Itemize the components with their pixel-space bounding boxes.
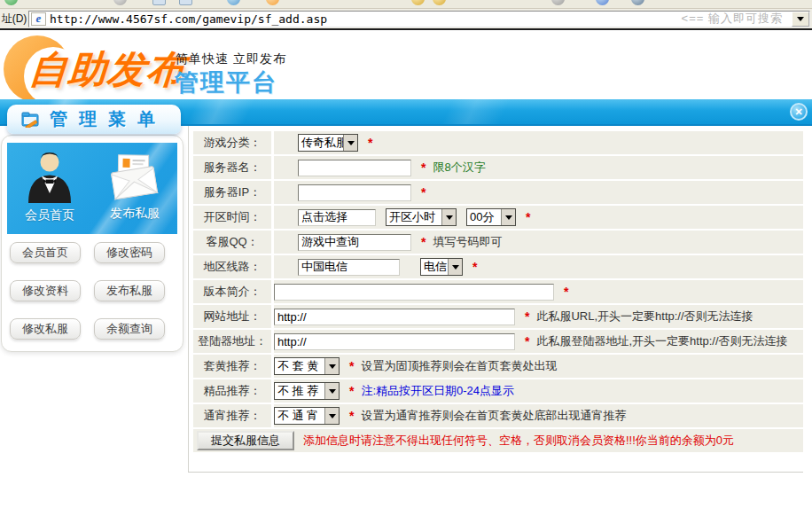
form-hint: 设置为通宵推荐则会在首页套黄处底部出现通宵推荐 bbox=[361, 408, 626, 424]
address-dropdown-button[interactable] bbox=[792, 12, 809, 27]
form-row-submit: 提交私服信息 添加信息时请注意不得出现任何符号、空格，否则取消会员资格!!!你当… bbox=[193, 429, 803, 452]
select-value: 开区小时 bbox=[386, 209, 441, 225]
sidebar-button-edit-profile[interactable]: 修改资料 bbox=[10, 280, 81, 301]
search-hint: <== 输入即可搜索 bbox=[682, 11, 783, 27]
url-text[interactable]: http://www.4567sf.com/gamevip/sf_add.asp bbox=[50, 12, 327, 26]
form-label-text: 服务器名： bbox=[204, 160, 262, 176]
form-body-yellow-recommend: 不 套 黄*设置为固顶推荐则会在首页套黄处出现 bbox=[274, 355, 803, 378]
toolbar-icon-partial bbox=[551, 0, 565, 5]
form-label-server-ip: 服务器IP： bbox=[193, 181, 271, 204]
form-label-version-intro: 版本简介： bbox=[193, 280, 271, 303]
yellow-recommend-select[interactable]: 不 套 黄 bbox=[274, 357, 340, 375]
region-line-input[interactable]: 中国电信 bbox=[298, 259, 400, 276]
form-label-text: 客服QQ： bbox=[206, 234, 258, 250]
panel-item-member-home[interactable]: 会员首页 bbox=[11, 150, 89, 223]
form-row-yellow-recommend: 套黄推荐：不 套 黄*设置为固顶推荐则会在首页套黄处出现 bbox=[193, 355, 803, 378]
close-button[interactable]: ✕ bbox=[790, 103, 808, 121]
version-intro-input[interactable] bbox=[274, 284, 554, 301]
form-body-service-qq: 游戏中查询*填写号码即可 bbox=[274, 231, 803, 254]
form-body-launcher-url: http://*此私服登陆器地址,开头一定要http://否则无法连接 bbox=[274, 330, 803, 353]
toolbar-icon-partial bbox=[411, 0, 425, 5]
toolbar-icon-partial bbox=[596, 0, 609, 5]
form-body-server-name: *限8个汉字 bbox=[274, 156, 803, 179]
form-label-region-line: 地区线路： bbox=[193, 255, 271, 278]
open-time-hour-select[interactable]: 开区小时 bbox=[386, 208, 457, 226]
form-row-overnight-recommend: 通宵推荐：不 通 宵*设置为通宵推荐则会在首页套黄处底部出现通宵推荐 bbox=[193, 404, 803, 427]
launcher-url-input[interactable]: http:// bbox=[274, 333, 515, 350]
sidebar-button-edit-server[interactable]: 修改私服 bbox=[10, 318, 81, 340]
sidebar-blue-panel: 会员首页 发布私服 bbox=[7, 143, 177, 234]
required-marker: * bbox=[421, 235, 426, 249]
panel-item-label: 会员首页 bbox=[25, 207, 74, 223]
open-time-date-input[interactable]: 点击选择 bbox=[298, 209, 376, 226]
required-marker: * bbox=[472, 260, 477, 274]
form-row-game-category: 游戏分类：传奇私服* bbox=[193, 131, 803, 154]
form-rows: 游戏分类：传奇私服*服务器名：*限8个汉字服务器IP：*开区时间：点击选择开区小… bbox=[193, 131, 803, 427]
sidebar-button-publish-server[interactable]: 发布私服 bbox=[94, 280, 165, 301]
menu-tab-title: 管理菜单 bbox=[50, 107, 167, 131]
form-label-overnight-recommend: 通宵推荐： bbox=[193, 404, 271, 427]
submit-warning-text: 添加信息时请注意不得出现任何符号、空格，否则取消会员资格!!!你当前的余额为0元 bbox=[303, 433, 734, 449]
form-body-game-category: 传奇私服* bbox=[274, 131, 803, 154]
form-label-text: 版本简介： bbox=[204, 284, 262, 300]
form-body-open-time: 点击选择开区小时00分* bbox=[274, 206, 803, 229]
premium-recommend-select[interactable]: 不 推 荐 bbox=[274, 382, 340, 400]
form-label-game-category: 游戏分类： bbox=[193, 131, 271, 154]
form-body-version-intro: * bbox=[274, 280, 803, 303]
server-publish-form: 游戏分类：传奇私服*服务器名：*限8个汉字服务器IP：*开区时间：点击选择开区小… bbox=[193, 131, 803, 452]
toolbar-icon-partial bbox=[113, 0, 127, 5]
input-value: http:// bbox=[277, 310, 307, 324]
open-time-minute-select[interactable]: 00分 bbox=[466, 208, 516, 226]
sidebar-button-change-password[interactable]: 修改密码 bbox=[94, 242, 165, 263]
ie-page-icon: e bbox=[31, 12, 46, 26]
envelope-icon bbox=[108, 150, 161, 203]
panel-item-publish-server[interactable]: 发布私服 bbox=[96, 150, 174, 222]
form-body-server-ip: * bbox=[274, 181, 803, 204]
address-field[interactable]: e http://www.4567sf.com/gamevip/sf_add.a… bbox=[28, 11, 810, 27]
chevron-down-icon bbox=[501, 209, 515, 225]
game-category-select[interactable]: 传奇私服 bbox=[298, 134, 358, 152]
chevron-down-icon bbox=[324, 408, 339, 424]
form-label-text: 登陆器地址： bbox=[198, 333, 267, 349]
input-value: 点击选择 bbox=[301, 209, 347, 225]
form-row-region-line: 地区线路：中国电信电信* bbox=[193, 255, 803, 278]
form-label-website-url: 网站地址： bbox=[193, 305, 271, 328]
folder-pencil-icon bbox=[21, 112, 41, 128]
form-label-open-time: 开区时间： bbox=[193, 206, 271, 229]
service-qq-input[interactable]: 游戏中查询 bbox=[298, 234, 411, 251]
server-name-input[interactable] bbox=[298, 160, 411, 176]
required-marker: * bbox=[564, 285, 568, 299]
region-line-select[interactable]: 电信 bbox=[420, 258, 463, 276]
chevron-down-icon bbox=[441, 209, 456, 225]
form-row-website-url: 网站地址：http://*此私服URL,开头一定要http://否则无法连接 bbox=[193, 305, 803, 328]
input-value: 游戏中查询 bbox=[301, 234, 359, 250]
sidebar-button-balance-inquiry[interactable]: 余额查询 bbox=[94, 318, 165, 340]
submit-button[interactable]: 提交私服信息 bbox=[197, 431, 294, 450]
select-value: 不 推 荐 bbox=[275, 383, 324, 399]
chevron-down-icon bbox=[343, 135, 357, 151]
form-label-text: 开区时间： bbox=[204, 209, 262, 225]
sidebar-button-grid: 会员首页修改密码修改资料发布私服修改私服余额查询 bbox=[10, 242, 165, 340]
required-marker: * bbox=[368, 136, 372, 150]
browser-address-bar: 址(D) e http://www.4567sf.com/gamevip/sf_… bbox=[0, 9, 812, 28]
required-marker: * bbox=[525, 309, 529, 324]
required-marker: * bbox=[349, 359, 354, 373]
required-marker: * bbox=[525, 334, 529, 348]
close-icon: ✕ bbox=[794, 107, 802, 117]
server-ip-input[interactable] bbox=[298, 184, 411, 201]
required-marker: * bbox=[421, 160, 426, 175]
logo-title: 自助发布 bbox=[27, 44, 187, 96]
form-row-server-ip: 服务器IP：* bbox=[193, 181, 803, 204]
input-value: http:// bbox=[277, 335, 307, 348]
address-label: 址(D) bbox=[0, 12, 28, 27]
sidebar-button-member-home[interactable]: 会员首页 bbox=[10, 242, 81, 263]
form-label-text: 网站地址： bbox=[204, 309, 262, 324]
chevron-down-icon bbox=[448, 259, 462, 275]
overnight-recommend-select[interactable]: 不 通 宵 bbox=[274, 407, 340, 425]
menu-tab: 管理菜单 bbox=[7, 105, 181, 134]
website-url-input[interactable]: http:// bbox=[274, 309, 515, 325]
required-marker: * bbox=[349, 384, 354, 398]
select-value: 不 套 黄 bbox=[275, 358, 324, 374]
form-row-premium-recommend: 精品推荐：不 推 荐*注:精品按开区日期0-24点显示 bbox=[193, 379, 803, 403]
form-body-website-url: http://*此私服URL,开头一定要http://否则无法连接 bbox=[274, 305, 803, 328]
